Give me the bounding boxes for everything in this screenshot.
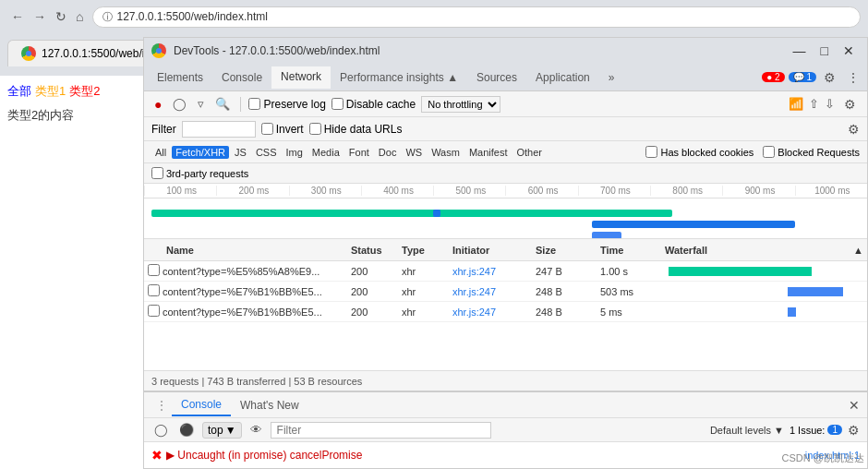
tab-network[interactable]: Network — [271, 66, 331, 89]
error-icon: ✖ — [151, 448, 163, 463]
top-selector[interactable]: top ▼ — [202, 422, 242, 439]
timeline-area[interactable]: 100 ms 200 ms 300 ms 400 ms 500 ms 600 m… — [144, 184, 867, 239]
row-checkbox-3[interactable] — [148, 305, 160, 317]
tab-more[interactable]: » — [599, 67, 624, 88]
row-size-1: 247 B — [536, 266, 600, 277]
table-row[interactable]: content?type=%E7%B1%BB%E5... 200 xhr xhr… — [144, 302, 867, 322]
console-tab-whatsnew[interactable]: What's New — [231, 395, 308, 415]
console-content: ✖ ▶ Uncaught (in promise) cancelPromise … — [144, 442, 867, 468]
table-row[interactable]: content?type=%E5%85%A8%E9... 200 xhr xhr… — [144, 261, 867, 282]
link-type2[interactable]: 类型2 — [69, 83, 100, 100]
settings-icon[interactable]: ⚙ — [820, 68, 839, 87]
network-settings-icon[interactable]: ⚙ — [840, 95, 860, 114]
row-checkbox-1[interactable] — [148, 264, 160, 276]
hide-data-urls-checkbox[interactable] — [309, 123, 321, 135]
drag-handle[interactable]: ⋮ — [151, 398, 172, 413]
forward-button[interactable]: → — [30, 7, 50, 26]
console-filter-input[interactable] — [271, 422, 491, 439]
console-settings-icon[interactable]: ⚙ — [848, 423, 860, 438]
more-options-icon[interactable]: ⋮ — [843, 68, 863, 87]
console-clear-button[interactable]: ◯ — [151, 422, 171, 438]
has-blocked-checkbox[interactable] — [645, 146, 657, 158]
row-type-3: xhr — [402, 307, 452, 318]
type-btn-fetch[interactable]: Fetch/XHR — [172, 146, 229, 159]
blocked-requests-checkbox[interactable] — [763, 146, 775, 158]
filter-settings-icon[interactable]: ⚙ — [848, 122, 860, 137]
filter-button[interactable]: ▿ — [195, 96, 207, 112]
type-btn-img[interactable]: Img — [283, 146, 307, 159]
tab-sources[interactable]: Sources — [467, 67, 526, 88]
table-row[interactable]: content?type=%E7%B1%BB%E5... 200 xhr xhr… — [144, 282, 867, 302]
row-initiator-2[interactable]: xhr.js:247 — [452, 286, 536, 297]
tick-900: 900 ms — [722, 186, 794, 196]
third-party-label[interactable]: 3rd-party requests — [151, 167, 248, 179]
type-btn-ws[interactable]: WS — [402, 146, 426, 159]
disable-cache-checkbox[interactable] — [332, 98, 344, 110]
tab-performance[interactable]: Performance insights ▲ — [331, 67, 467, 88]
row-status-2: 200 — [351, 286, 402, 297]
network-table-body[interactable]: content?type=%E5%85%A8%E9... 200 xhr xhr… — [144, 261, 867, 370]
third-party-checkbox[interactable] — [151, 167, 163, 179]
col-header-status[interactable]: Status — [351, 245, 402, 256]
type-btn-manifest[interactable]: Manifest — [465, 146, 512, 159]
col-header-time[interactable]: Time — [600, 245, 665, 256]
record-button[interactable]: ● — [151, 96, 164, 113]
console-close-icon[interactable]: ✕ — [849, 398, 860, 413]
row-size-3: 248 B — [536, 307, 600, 318]
type-btn-wasm[interactable]: Wasm — [428, 146, 464, 159]
type-btn-font[interactable]: Font — [345, 146, 373, 159]
throttle-select[interactable]: No throttling — [421, 96, 500, 113]
tab-elements[interactable]: Elements — [148, 67, 212, 88]
link-all[interactable]: 全部 — [7, 83, 31, 100]
row-type-1: xhr — [402, 266, 452, 277]
tab-console[interactable]: Console — [212, 67, 271, 88]
type-btn-other[interactable]: Other — [512, 146, 546, 159]
type-btn-doc[interactable]: Doc — [375, 146, 401, 159]
search-button[interactable]: 🔍 — [212, 96, 233, 112]
type-filter-bar: All Fetch/XHR JS CSS Img Media Font Doc … — [144, 141, 867, 163]
default-levels-label[interactable]: Default levels ▼ — [710, 425, 784, 436]
back-button[interactable]: ← — [7, 7, 28, 26]
blocked-requests-label[interactable]: Blocked Requests — [763, 146, 860, 158]
preserve-log-label[interactable]: Preserve log — [248, 98, 325, 111]
console-tab-console[interactable]: Console — [172, 394, 231, 416]
row-time-1: 1.00 s — [600, 266, 665, 277]
tick-700: 700 ms — [578, 186, 650, 196]
col-header-name[interactable]: Name — [148, 245, 351, 256]
minimize-button[interactable]: — — [788, 42, 812, 60]
clear-button[interactable]: ◯ — [170, 96, 189, 112]
link-type1[interactable]: 类型1 — [35, 83, 66, 100]
type-btn-js[interactable]: JS — [231, 146, 250, 159]
col-header-initiator[interactable]: Initiator — [452, 245, 536, 256]
reload-button[interactable]: ↻ — [52, 7, 70, 26]
type-btn-media[interactable]: Media — [308, 146, 344, 159]
maximize-button[interactable]: □ — [815, 42, 834, 60]
close-button[interactable]: ✕ — [838, 42, 860, 60]
col-header-size[interactable]: Size — [536, 245, 600, 256]
type-btn-all[interactable]: All — [151, 146, 170, 159]
console-stop-button[interactable]: ⚫ — [176, 422, 197, 438]
type-btn-css[interactable]: CSS — [252, 146, 281, 159]
tick-200: 200 ms — [216, 186, 288, 196]
col-header-type[interactable]: Type — [402, 245, 452, 256]
row-size-2: 248 B — [536, 286, 600, 297]
badge-errors: ● 2 — [762, 72, 784, 82]
filter-input[interactable] — [182, 121, 256, 138]
row-initiator-3[interactable]: xhr.js:247 — [452, 307, 536, 318]
chevron-down-icon: ▼ — [225, 424, 236, 437]
invert-checkbox[interactable] — [261, 123, 273, 135]
invert-label[interactable]: Invert — [261, 123, 304, 136]
col-header-waterfall[interactable]: Waterfall ▲ — [665, 245, 863, 256]
has-blocked-label[interactable]: Has blocked cookies — [645, 146, 753, 158]
disable-cache-label[interactable]: Disable cache — [332, 98, 416, 111]
row-checkbox-2[interactable] — [148, 284, 160, 296]
home-button[interactable]: ⌂ — [72, 7, 87, 26]
badge-info: 💬 1 — [789, 72, 816, 82]
preserve-log-checkbox[interactable] — [248, 98, 260, 110]
row-waterfall-1 — [665, 261, 863, 281]
row-initiator-1[interactable]: xhr.js:247 — [452, 266, 536, 277]
address-bar[interactable]: ⓘ 127.0.0.1:5500/web/index.html — [92, 6, 861, 28]
console-eye-button[interactable]: 👁 — [247, 422, 265, 438]
hide-data-urls-label[interactable]: Hide data URLs — [309, 123, 403, 136]
tab-application[interactable]: Application — [526, 67, 599, 88]
